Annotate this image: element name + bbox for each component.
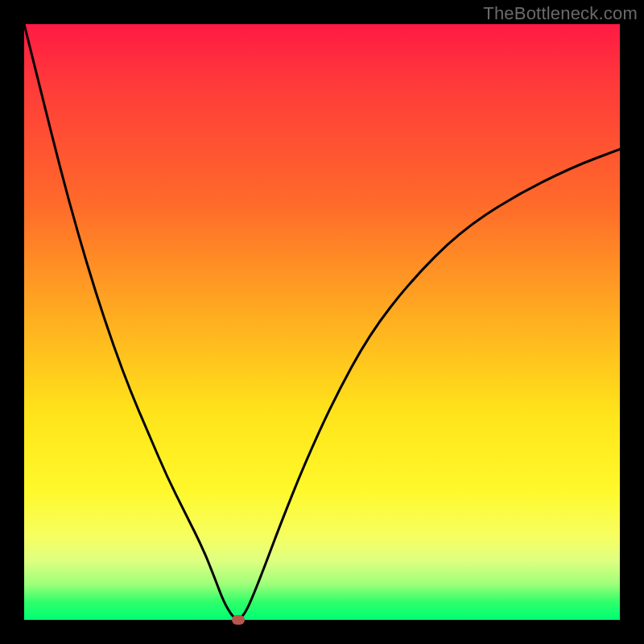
watermark-text: TheBottleneck.com [483,3,638,24]
minimum-marker [232,615,245,625]
bottleneck-curve [24,24,620,620]
curve-path [24,24,620,619]
plot-area [24,24,620,620]
chart-frame: TheBottleneck.com [0,0,644,644]
